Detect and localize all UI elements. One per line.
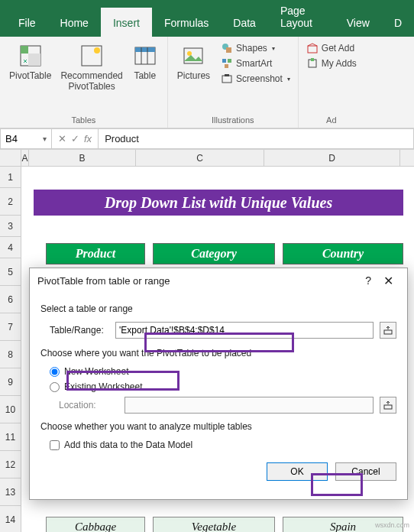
collapse-icon	[383, 401, 393, 410]
row-header[interactable]: 2	[0, 188, 21, 216]
location-label: Location:	[59, 400, 118, 410]
row-header[interactable]: 5	[0, 258, 21, 286]
chevron-down-icon[interactable]: ▾	[43, 135, 47, 143]
formula-bar: B4 ▾ ✕ ✓ fx Product	[0, 128, 414, 150]
shapes-icon	[221, 42, 233, 54]
existing-worksheet-radio[interactable]	[50, 382, 60, 392]
tab-file[interactable]: File	[6, 8, 48, 37]
table-header-category: Category	[153, 243, 275, 264]
pivottable-dialog: PivotTable from table or range ? ✕ Selec…	[29, 268, 408, 500]
get-addins-label: Get Add	[322, 43, 354, 54]
table-label: Table	[134, 70, 156, 81]
pivottable-label: PivotTable	[9, 70, 51, 81]
screenshot-icon	[221, 73, 233, 85]
tab-view[interactable]: View	[335, 8, 382, 37]
data-model-label: Add this data to the Data Model	[64, 440, 192, 450]
row-headers: 1 2 3 4 5 6 7 8 9 10 11 12 13 14	[0, 167, 21, 532]
table-cell[interactable]: Cabbage	[46, 517, 145, 532]
name-box[interactable]: B4 ▾	[0, 128, 52, 149]
my-addins-label: My Adds	[322, 58, 357, 69]
name-box-value: B4	[5, 133, 18, 144]
pivottable-button[interactable]: PivotTable	[6, 41, 54, 83]
row-header[interactable]: 9	[0, 368, 21, 396]
cancel-icon[interactable]: ✕	[58, 133, 66, 144]
row-header[interactable]: 4	[0, 237, 21, 258]
tab-extra[interactable]: D	[382, 8, 414, 37]
location-picker-button[interactable]	[380, 397, 396, 414]
data-model-checkbox[interactable]	[50, 440, 60, 450]
svg-rect-18	[308, 46, 317, 53]
row-header[interactable]: 13	[0, 478, 21, 506]
tab-home[interactable]: Home	[48, 8, 101, 37]
recommended-pivot-button[interactable]: Recommended PivotTables	[57, 41, 125, 93]
placement-heading: Choose where you want the PivotTable to …	[40, 348, 396, 358]
pictures-icon	[180, 43, 206, 69]
svg-rect-1	[21, 46, 28, 54]
row-header[interactable]: 6	[0, 286, 21, 313]
enter-icon[interactable]: ✓	[71, 133, 79, 144]
watermark: wsxdn.com	[375, 521, 409, 529]
svg-point-4	[94, 47, 100, 54]
smartart-icon	[221, 57, 233, 70]
ribbon-group-illustrations: Pictures Shapes ▾ SmartArt Screenshot ▾	[168, 37, 299, 128]
pictures-label: Pictures	[177, 70, 210, 81]
ok-button[interactable]: OK	[267, 462, 328, 481]
table-button[interactable]: Table	[129, 41, 161, 83]
formula-input-value: Product	[105, 133, 139, 144]
store-icon	[306, 42, 319, 54]
close-button[interactable]: ✕	[377, 274, 399, 288]
svg-rect-17	[225, 74, 229, 76]
get-addins-button[interactable]: Get Add	[305, 41, 358, 55]
row-header[interactable]: 12	[0, 451, 21, 478]
row-header[interactable]: 14	[0, 506, 21, 532]
screenshot-button[interactable]: Screenshot ▾	[219, 72, 292, 86]
my-addins-button[interactable]: My Adds	[305, 57, 358, 70]
svg-rect-12	[226, 47, 231, 53]
fx-icon[interactable]: fx	[84, 133, 92, 144]
help-button[interactable]: ?	[359, 274, 377, 287]
table-cell[interactable]: Vegetable	[153, 517, 275, 532]
dialog-titlebar: PivotTable from table or range ? ✕	[30, 268, 407, 293]
table-icon	[132, 43, 158, 69]
range-picker-button[interactable]	[380, 322, 396, 339]
row-header[interactable]: 8	[0, 341, 21, 368]
pictures-button[interactable]: Pictures	[174, 41, 213, 83]
dialog-title: PivotTable from table or range	[37, 275, 170, 287]
row-header[interactable]: 3	[0, 216, 21, 237]
location-input	[125, 397, 374, 414]
tab-insert[interactable]: Insert	[101, 8, 152, 37]
svg-rect-15	[225, 64, 228, 68]
svg-rect-16	[222, 76, 231, 83]
formula-input[interactable]: Product	[99, 128, 414, 149]
pivottable-icon	[18, 43, 44, 69]
tab-data[interactable]: Data	[221, 8, 268, 37]
addins-icon	[306, 57, 319, 70]
col-header-d[interactable]: D	[264, 150, 400, 166]
svg-rect-6	[135, 47, 155, 52]
col-header-a[interactable]: A	[21, 150, 29, 166]
column-headers: A B C D	[0, 150, 414, 167]
new-worksheet-radio[interactable]	[50, 367, 60, 377]
row-header[interactable]: 7	[0, 313, 21, 341]
formula-controls: ✕ ✓ fx	[52, 128, 99, 149]
col-header-c[interactable]: C	[136, 150, 264, 166]
col-header-b[interactable]: B	[29, 150, 136, 166]
shapes-button[interactable]: Shapes ▾	[219, 41, 292, 55]
tab-formulas[interactable]: Formulas	[152, 8, 221, 37]
cancel-button[interactable]: Cancel	[335, 462, 396, 481]
table-range-label: Table/Range:	[50, 325, 109, 336]
smartart-button[interactable]: SmartArt	[219, 57, 292, 70]
row-header[interactable]: 11	[0, 423, 21, 451]
ribbon-group-addins-label: Ad	[326, 114, 336, 126]
svg-point-10	[187, 51, 192, 56]
collapse-icon	[383, 326, 393, 335]
row-header[interactable]: 10	[0, 396, 21, 423]
svg-rect-2	[28, 54, 40, 66]
new-worksheet-label: New Worksheet	[64, 366, 128, 377]
table-range-input[interactable]	[115, 322, 374, 339]
select-all-corner[interactable]	[0, 150, 21, 166]
row-header[interactable]: 1	[0, 167, 21, 188]
ribbon-group-tables-label: Tables	[71, 114, 95, 126]
tab-page-layout[interactable]: Page Layout	[268, 0, 335, 37]
menubar: File Home Insert Formulas Data Page Layo…	[0, 0, 414, 37]
